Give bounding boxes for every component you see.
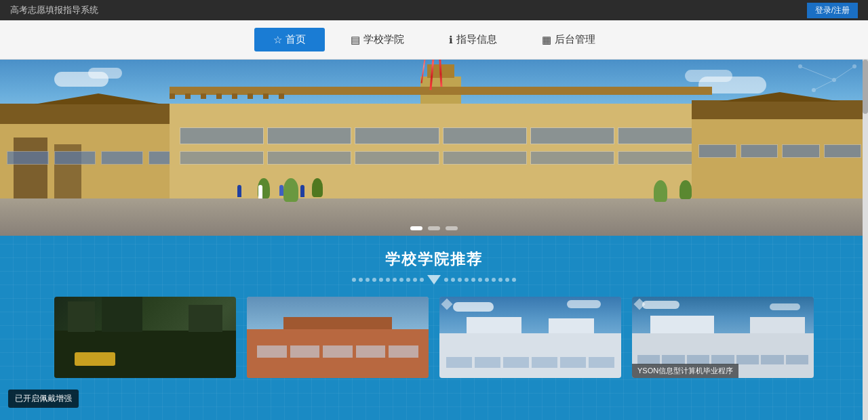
carousel-dot-2[interactable]	[428, 226, 440, 230]
school-cards: YSON信息型计算机毕业程序	[0, 297, 868, 378]
carousel-dot-1[interactable]	[410, 226, 422, 230]
recommendations-section: 学校学院推荐	[0, 236, 868, 420]
navigation: ☆ 首页 ▤ 学校学院 ℹ 指导信息 ▦ 后台管理	[0, 20, 868, 60]
nav-home[interactable]: ☆ 首页	[254, 28, 325, 51]
building-right	[692, 100, 868, 198]
nav-schools-label: 学校学院	[363, 33, 404, 46]
divider-dot	[451, 278, 455, 282]
nav-home-label: 首页	[285, 33, 306, 46]
tooltip-text: 已开启佩戴增强	[15, 394, 72, 403]
divider-dot	[420, 278, 424, 282]
school-card-3[interactable]	[439, 297, 621, 378]
divider-dot	[471, 278, 475, 282]
divider-dot	[465, 278, 469, 282]
divider-dot	[485, 278, 489, 282]
divider-dot	[478, 278, 482, 282]
divider-dot	[352, 278, 356, 282]
section-title: 学校学院推荐	[385, 251, 483, 268]
card-1-image	[54, 297, 236, 378]
svg-point-6	[812, 88, 816, 92]
hero-carousel[interactable]	[0, 60, 868, 236]
carousel-dot-3[interactable]	[446, 226, 458, 230]
school-card-4[interactable]: YSON信息型计算机毕业程序	[632, 297, 814, 378]
nav-admin-label: 后台管理	[555, 33, 595, 46]
trees-right	[654, 180, 692, 202]
divider-dot	[444, 278, 448, 282]
divider-dot	[512, 278, 516, 282]
school-card-2[interactable]	[247, 297, 429, 378]
divider-dot	[458, 278, 462, 282]
admin-icon: ▦	[542, 34, 551, 46]
card-3-image	[439, 297, 621, 378]
nav-admin[interactable]: ▦ 后台管理	[523, 28, 614, 51]
login-button[interactable]: 登录/注册	[807, 3, 858, 18]
svg-point-5	[852, 64, 856, 68]
nav-guidance[interactable]: ℹ 指导信息	[430, 28, 516, 51]
divider-dot	[492, 278, 496, 282]
divider-dot	[393, 278, 397, 282]
divider-dot	[359, 278, 363, 282]
scrollbar-thumb[interactable]	[863, 60, 868, 114]
divider-arrow-icon	[427, 275, 441, 285]
school-icon: ▤	[351, 34, 360, 46]
carousel-dots	[410, 226, 458, 230]
main-content: 学校学院推荐	[0, 60, 868, 420]
svg-point-3	[798, 64, 802, 68]
divider-dot	[505, 278, 509, 282]
divider-dots-right	[444, 278, 516, 282]
svg-line-1	[834, 66, 854, 80]
card-4-label: YSON信息型计算机毕业程序	[632, 364, 738, 378]
info-icon: ℹ	[449, 34, 453, 46]
svg-line-2	[814, 80, 834, 90]
header: 高考志愿填报指导系统 登录/注册	[0, 0, 868, 20]
divider-dot	[386, 278, 390, 282]
svg-point-4	[832, 78, 836, 82]
school-card-1[interactable]	[54, 297, 236, 378]
divider-dots-left	[352, 278, 424, 282]
divider-dot	[498, 278, 502, 282]
divider-dot	[399, 278, 403, 282]
divider-dot	[413, 278, 417, 282]
divider-dot	[366, 278, 370, 282]
building-left	[0, 104, 197, 198]
people-area	[237, 185, 304, 198]
balloons-area	[393, 60, 475, 110]
cloud-2	[88, 68, 122, 79]
section-divider	[0, 275, 868, 285]
svg-line-0	[800, 66, 834, 80]
network-decoration	[732, 60, 868, 93]
card-2-image	[247, 297, 429, 378]
tooltip-badge: 已开启佩戴增强	[8, 390, 79, 408]
home-icon: ☆	[273, 34, 282, 46]
divider-dot	[379, 278, 383, 282]
cloud-4	[685, 70, 732, 82]
divider-dot	[406, 278, 410, 282]
scrollbar[interactable]	[863, 60, 868, 420]
app-title: 高考志愿填报指导系统	[10, 4, 98, 16]
nav-guidance-label: 指导信息	[456, 33, 497, 46]
divider-dot	[372, 278, 376, 282]
nav-schools[interactable]: ▤ 学校学院	[332, 28, 423, 51]
section-title-row: 学校学院推荐	[0, 249, 868, 270]
